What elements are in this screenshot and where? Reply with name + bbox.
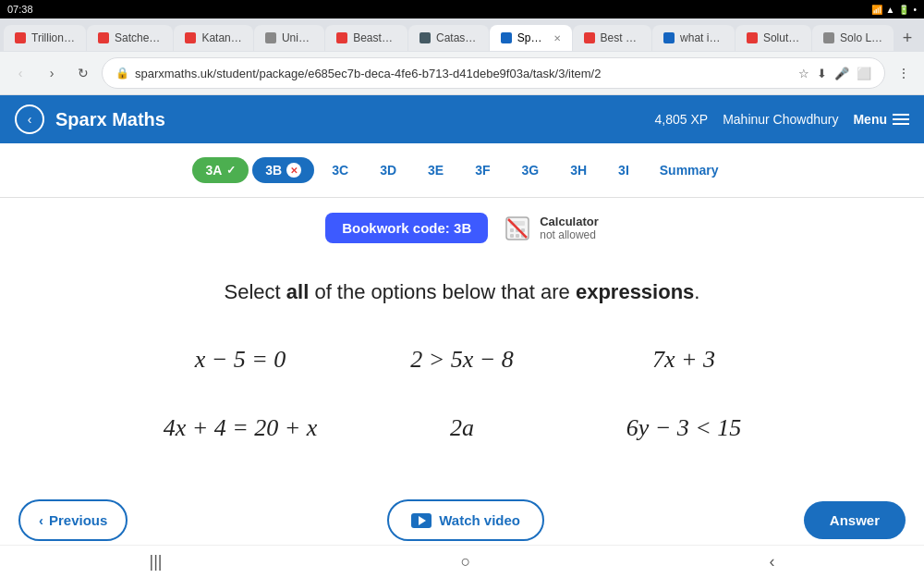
tab-3g-label: 3G	[522, 163, 540, 178]
tab-icon[interactable]: ⬜	[857, 67, 871, 80]
url-actions: ☆ ⬇ 🎤 ⬜	[798, 67, 871, 80]
tab-bestma[interactable]: Best Ma	[573, 25, 651, 51]
tab-favicon	[185, 32, 196, 43]
question-bold-expressions: expressions	[576, 280, 694, 303]
bookmark-icon[interactable]: ☆	[798, 67, 809, 80]
tab-favicon	[419, 32, 431, 43]
bookwork-section: Bookwork code: 3B Calculator not allowed	[0, 198, 924, 258]
calculator-icon	[503, 214, 532, 243]
calculator-status-text: Calculator not allowed	[540, 215, 599, 241]
android-back-button[interactable]: ‹	[769, 552, 774, 572]
tab-favicon	[584, 32, 595, 43]
tab-3c-label: 3C	[332, 163, 348, 178]
tab-favicon	[98, 32, 109, 43]
tab-favicon	[747, 32, 758, 43]
tab-unibet[interactable]: Unibet	[254, 25, 324, 51]
url-bar[interactable]: 🔒 sparxmaths.uk/student/package/e685ec7b…	[102, 57, 885, 89]
xp-display: 4,805 XP	[655, 112, 709, 127]
video-play-icon	[411, 513, 432, 528]
back-button[interactable]: ‹	[15, 105, 44, 134]
tab-3h-label: 3H	[570, 163, 587, 178]
option-4x-plus-4[interactable]: 4x + 4 = 20 + x	[139, 403, 342, 453]
tab-title: Best Ma	[601, 31, 640, 44]
watch-video-button[interactable]: Watch video	[387, 499, 544, 541]
https-icon: 🔒	[116, 67, 129, 80]
header-right: 4,805 XP Mahinur Chowdhury Menu	[655, 112, 909, 127]
tab-3i-label: 3I	[618, 163, 629, 178]
tab-title: Satchel C	[115, 31, 162, 44]
tab-title: Beastars	[353, 31, 396, 44]
microphone-icon[interactable]: 🎤	[834, 67, 849, 80]
tab-summary-label: Summary	[660, 163, 719, 178]
option-7x-plus-3[interactable]: 7x + 3	[582, 335, 785, 385]
tab-title: Katanas	[201, 31, 242, 44]
task-tab-3c[interactable]: 3C	[318, 156, 362, 184]
forward-nav-button[interactable]: ›	[39, 60, 65, 86]
tab-whatisa[interactable]: what is a	[652, 25, 735, 51]
dot-icon: •	[913, 5, 917, 15]
tab-sololev[interactable]: Solo Lev	[812, 25, 894, 51]
back-arrow-icon: ‹	[28, 112, 32, 127]
tab-sparx[interactable]: Sparx ✕	[490, 25, 572, 51]
task-tab-3e[interactable]: 3E	[414, 156, 457, 184]
url-text: sparxmaths.uk/student/package/e685ec7b-d…	[135, 67, 601, 80]
refresh-button[interactable]: ↻	[70, 60, 96, 86]
tab-beastars[interactable]: Beastars	[325, 25, 407, 51]
tab-favicon	[15, 32, 26, 43]
previous-label: Previous	[49, 512, 107, 528]
option-2-gt-5x[interactable]: 2 > 5x − 8	[360, 335, 564, 385]
cross-icon: ✕	[286, 163, 301, 178]
svg-rect-5	[510, 234, 514, 238]
tab-title: Trillion G	[31, 31, 75, 44]
android-menu-button[interactable]: |||	[150, 552, 163, 572]
hamburger-icon	[893, 114, 909, 125]
task-tab-3a[interactable]: 3A ✓	[192, 157, 249, 183]
battery-icon: 🔋	[898, 5, 909, 15]
calculator-status: not allowed	[540, 228, 599, 241]
app-logo: Sparx Maths	[55, 109, 165, 130]
menu-button[interactable]: Menu	[853, 112, 909, 127]
bookwork-badge: Bookwork code: 3B	[325, 213, 488, 243]
task-tab-summary[interactable]: Summary	[647, 157, 732, 183]
option-x-minus-5[interactable]: x − 5 = 0	[139, 335, 342, 385]
question-text: Select all of the options below that are…	[37, 277, 887, 307]
tab-solution[interactable]: Solutior	[736, 25, 811, 51]
download-icon[interactable]: ⬇	[817, 67, 827, 80]
task-tab-3i[interactable]: 3I	[604, 156, 643, 184]
task-tab-3b[interactable]: 3B ✕	[252, 157, 314, 183]
answer-button[interactable]: Answer	[804, 501, 906, 539]
tab-title: Catastro	[436, 31, 478, 44]
time-display: 07:38	[7, 4, 33, 15]
question-area: Select all of the options below that are…	[0, 258, 924, 472]
back-nav-button[interactable]: ‹	[7, 60, 33, 86]
tab-catastro[interactable]: Catastro	[408, 25, 489, 51]
task-tab-3d[interactable]: 3D	[366, 156, 410, 184]
new-tab-button[interactable]: +	[894, 25, 920, 51]
tab-satchel[interactable]: Satchel C	[87, 25, 173, 51]
tab-favicon	[501, 32, 512, 43]
checkmark-icon: ✓	[226, 164, 236, 177]
tab-trillion[interactable]: Trillion G	[4, 25, 86, 51]
tab-close-icon[interactable]: ✕	[553, 33, 561, 43]
task-tab-3f[interactable]: 3F	[461, 156, 504, 184]
previous-button[interactable]: ‹ Previous	[18, 499, 128, 541]
bottom-actions: ‹ Previous Watch video Answer	[0, 499, 924, 541]
more-options-button[interactable]: ⋮	[891, 60, 917, 86]
option-2a[interactable]: 2a	[360, 403, 564, 453]
tab-favicon	[823, 32, 834, 43]
android-nav-bar: ||| ○ ‹	[0, 545, 924, 578]
tab-katanas[interactable]: Katanas	[174, 25, 253, 51]
wifi-icon: ▲	[886, 5, 895, 15]
task-tab-3h[interactable]: 3H	[556, 156, 601, 184]
tab-favicon	[265, 32, 276, 43]
app-header: ‹ Sparx Maths 4,805 XP Mahinur Chowdhury…	[0, 95, 924, 143]
status-bar: 07:38 📶 ▲ 🔋 •	[0, 0, 924, 18]
watch-video-label: Watch video	[439, 512, 520, 528]
tab-3a-label: 3A	[205, 163, 222, 178]
option-6y-minus-3[interactable]: 6y − 3 < 15	[582, 403, 785, 453]
calculator-label: Calculator	[540, 215, 599, 228]
signal-icon: 📶	[871, 5, 882, 15]
android-home-button[interactable]: ○	[461, 552, 471, 572]
tab-title: what is a	[680, 31, 723, 44]
task-tab-3g[interactable]: 3G	[508, 156, 553, 184]
